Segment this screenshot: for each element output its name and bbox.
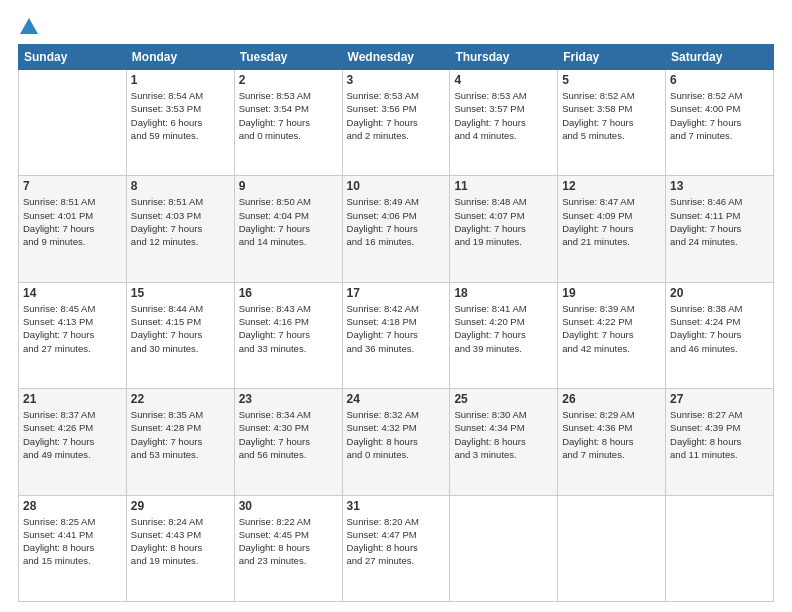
day-info: Sunrise: 8:24 AM Sunset: 4:43 PM Dayligh… xyxy=(131,515,230,568)
calendar-cell: 14Sunrise: 8:45 AM Sunset: 4:13 PM Dayli… xyxy=(19,282,127,388)
calendar-cell xyxy=(558,495,666,601)
week-row-3: 14Sunrise: 8:45 AM Sunset: 4:13 PM Dayli… xyxy=(19,282,774,388)
day-info: Sunrise: 8:50 AM Sunset: 4:04 PM Dayligh… xyxy=(239,195,338,248)
calendar-cell xyxy=(19,70,127,176)
logo-triangle-icon xyxy=(20,18,38,34)
day-number: 17 xyxy=(347,286,446,300)
day-number: 29 xyxy=(131,499,230,513)
calendar-cell: 10Sunrise: 8:49 AM Sunset: 4:06 PM Dayli… xyxy=(342,176,450,282)
day-info: Sunrise: 8:53 AM Sunset: 3:56 PM Dayligh… xyxy=(347,89,446,142)
day-number: 28 xyxy=(23,499,122,513)
day-info: Sunrise: 8:30 AM Sunset: 4:34 PM Dayligh… xyxy=(454,408,553,461)
day-number: 10 xyxy=(347,179,446,193)
calendar-cell: 18Sunrise: 8:41 AM Sunset: 4:20 PM Dayli… xyxy=(450,282,558,388)
day-info: Sunrise: 8:45 AM Sunset: 4:13 PM Dayligh… xyxy=(23,302,122,355)
day-number: 12 xyxy=(562,179,661,193)
calendar-cell: 1Sunrise: 8:54 AM Sunset: 3:53 PM Daylig… xyxy=(126,70,234,176)
calendar-cell: 9Sunrise: 8:50 AM Sunset: 4:04 PM Daylig… xyxy=(234,176,342,282)
calendar-cell xyxy=(450,495,558,601)
day-info: Sunrise: 8:54 AM Sunset: 3:53 PM Dayligh… xyxy=(131,89,230,142)
calendar-cell: 30Sunrise: 8:22 AM Sunset: 4:45 PM Dayli… xyxy=(234,495,342,601)
calendar-cell: 28Sunrise: 8:25 AM Sunset: 4:41 PM Dayli… xyxy=(19,495,127,601)
calendar-cell: 4Sunrise: 8:53 AM Sunset: 3:57 PM Daylig… xyxy=(450,70,558,176)
calendar-cell: 13Sunrise: 8:46 AM Sunset: 4:11 PM Dayli… xyxy=(666,176,774,282)
day-info: Sunrise: 8:53 AM Sunset: 3:54 PM Dayligh… xyxy=(239,89,338,142)
day-number: 23 xyxy=(239,392,338,406)
day-number: 7 xyxy=(23,179,122,193)
calendar-cell: 27Sunrise: 8:27 AM Sunset: 4:39 PM Dayli… xyxy=(666,389,774,495)
weekday-header-tuesday: Tuesday xyxy=(234,45,342,70)
day-info: Sunrise: 8:38 AM Sunset: 4:24 PM Dayligh… xyxy=(670,302,769,355)
day-info: Sunrise: 8:48 AM Sunset: 4:07 PM Dayligh… xyxy=(454,195,553,248)
calendar-cell: 7Sunrise: 8:51 AM Sunset: 4:01 PM Daylig… xyxy=(19,176,127,282)
day-info: Sunrise: 8:32 AM Sunset: 4:32 PM Dayligh… xyxy=(347,408,446,461)
logo xyxy=(18,18,38,36)
week-row-5: 28Sunrise: 8:25 AM Sunset: 4:41 PM Dayli… xyxy=(19,495,774,601)
day-number: 18 xyxy=(454,286,553,300)
weekday-header-row: SundayMondayTuesdayWednesdayThursdayFrid… xyxy=(19,45,774,70)
day-number: 30 xyxy=(239,499,338,513)
day-number: 21 xyxy=(23,392,122,406)
calendar-cell: 8Sunrise: 8:51 AM Sunset: 4:03 PM Daylig… xyxy=(126,176,234,282)
day-info: Sunrise: 8:39 AM Sunset: 4:22 PM Dayligh… xyxy=(562,302,661,355)
page: SundayMondayTuesdayWednesdayThursdayFrid… xyxy=(0,0,792,612)
weekday-header-thursday: Thursday xyxy=(450,45,558,70)
week-row-1: 1Sunrise: 8:54 AM Sunset: 3:53 PM Daylig… xyxy=(19,70,774,176)
week-row-4: 21Sunrise: 8:37 AM Sunset: 4:26 PM Dayli… xyxy=(19,389,774,495)
day-number: 3 xyxy=(347,73,446,87)
calendar-cell: 15Sunrise: 8:44 AM Sunset: 4:15 PM Dayli… xyxy=(126,282,234,388)
day-info: Sunrise: 8:51 AM Sunset: 4:01 PM Dayligh… xyxy=(23,195,122,248)
day-info: Sunrise: 8:27 AM Sunset: 4:39 PM Dayligh… xyxy=(670,408,769,461)
day-number: 14 xyxy=(23,286,122,300)
calendar-cell: 2Sunrise: 8:53 AM Sunset: 3:54 PM Daylig… xyxy=(234,70,342,176)
day-number: 2 xyxy=(239,73,338,87)
day-number: 16 xyxy=(239,286,338,300)
weekday-header-saturday: Saturday xyxy=(666,45,774,70)
calendar-cell: 3Sunrise: 8:53 AM Sunset: 3:56 PM Daylig… xyxy=(342,70,450,176)
day-number: 8 xyxy=(131,179,230,193)
calendar-cell: 24Sunrise: 8:32 AM Sunset: 4:32 PM Dayli… xyxy=(342,389,450,495)
calendar-cell: 22Sunrise: 8:35 AM Sunset: 4:28 PM Dayli… xyxy=(126,389,234,495)
day-info: Sunrise: 8:53 AM Sunset: 3:57 PM Dayligh… xyxy=(454,89,553,142)
day-number: 15 xyxy=(131,286,230,300)
calendar-cell: 6Sunrise: 8:52 AM Sunset: 4:00 PM Daylig… xyxy=(666,70,774,176)
day-info: Sunrise: 8:25 AM Sunset: 4:41 PM Dayligh… xyxy=(23,515,122,568)
calendar-cell: 20Sunrise: 8:38 AM Sunset: 4:24 PM Dayli… xyxy=(666,282,774,388)
calendar-cell: 25Sunrise: 8:30 AM Sunset: 4:34 PM Dayli… xyxy=(450,389,558,495)
day-info: Sunrise: 8:34 AM Sunset: 4:30 PM Dayligh… xyxy=(239,408,338,461)
calendar-cell: 16Sunrise: 8:43 AM Sunset: 4:16 PM Dayli… xyxy=(234,282,342,388)
calendar-cell xyxy=(666,495,774,601)
calendar-cell: 23Sunrise: 8:34 AM Sunset: 4:30 PM Dayli… xyxy=(234,389,342,495)
day-info: Sunrise: 8:35 AM Sunset: 4:28 PM Dayligh… xyxy=(131,408,230,461)
weekday-header-monday: Monday xyxy=(126,45,234,70)
weekday-header-wednesday: Wednesday xyxy=(342,45,450,70)
day-info: Sunrise: 8:46 AM Sunset: 4:11 PM Dayligh… xyxy=(670,195,769,248)
day-info: Sunrise: 8:47 AM Sunset: 4:09 PM Dayligh… xyxy=(562,195,661,248)
day-number: 4 xyxy=(454,73,553,87)
day-number: 9 xyxy=(239,179,338,193)
day-info: Sunrise: 8:37 AM Sunset: 4:26 PM Dayligh… xyxy=(23,408,122,461)
calendar-table: SundayMondayTuesdayWednesdayThursdayFrid… xyxy=(18,44,774,602)
calendar-cell: 29Sunrise: 8:24 AM Sunset: 4:43 PM Dayli… xyxy=(126,495,234,601)
day-number: 22 xyxy=(131,392,230,406)
day-number: 27 xyxy=(670,392,769,406)
day-info: Sunrise: 8:52 AM Sunset: 4:00 PM Dayligh… xyxy=(670,89,769,142)
calendar-cell: 12Sunrise: 8:47 AM Sunset: 4:09 PM Dayli… xyxy=(558,176,666,282)
day-info: Sunrise: 8:22 AM Sunset: 4:45 PM Dayligh… xyxy=(239,515,338,568)
day-number: 11 xyxy=(454,179,553,193)
day-info: Sunrise: 8:20 AM Sunset: 4:47 PM Dayligh… xyxy=(347,515,446,568)
week-row-2: 7Sunrise: 8:51 AM Sunset: 4:01 PM Daylig… xyxy=(19,176,774,282)
calendar-cell: 17Sunrise: 8:42 AM Sunset: 4:18 PM Dayli… xyxy=(342,282,450,388)
day-info: Sunrise: 8:49 AM Sunset: 4:06 PM Dayligh… xyxy=(347,195,446,248)
day-number: 5 xyxy=(562,73,661,87)
calendar-cell: 21Sunrise: 8:37 AM Sunset: 4:26 PM Dayli… xyxy=(19,389,127,495)
calendar-cell: 26Sunrise: 8:29 AM Sunset: 4:36 PM Dayli… xyxy=(558,389,666,495)
day-info: Sunrise: 8:42 AM Sunset: 4:18 PM Dayligh… xyxy=(347,302,446,355)
day-info: Sunrise: 8:52 AM Sunset: 3:58 PM Dayligh… xyxy=(562,89,661,142)
calendar-cell: 11Sunrise: 8:48 AM Sunset: 4:07 PM Dayli… xyxy=(450,176,558,282)
day-info: Sunrise: 8:43 AM Sunset: 4:16 PM Dayligh… xyxy=(239,302,338,355)
calendar-cell: 19Sunrise: 8:39 AM Sunset: 4:22 PM Dayli… xyxy=(558,282,666,388)
day-number: 25 xyxy=(454,392,553,406)
day-number: 13 xyxy=(670,179,769,193)
weekday-header-friday: Friday xyxy=(558,45,666,70)
